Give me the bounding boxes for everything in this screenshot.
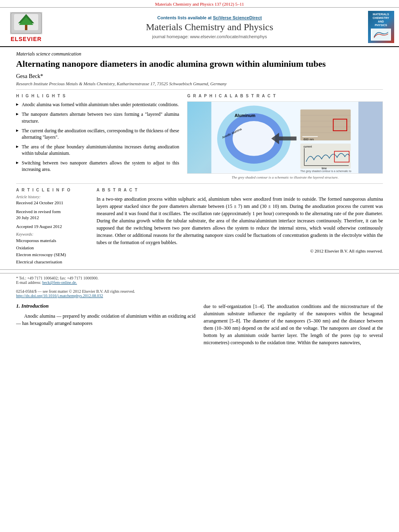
journal-citation-bar: Materials Chemistry and Physics 137 (201… [0, 0, 399, 8]
article-title: Alternating nanopore diameters in anodic… [16, 59, 383, 69]
article-body: 1. Introduction Anodic alumina — prepare… [0, 303, 399, 346]
highlights-column: H I G H L I G H T S Anodic alumina was f… [16, 94, 179, 179]
issn-text: 0254-0584/$ — see front matter © 2012 El… [16, 289, 383, 294]
keyword-2: Oxidation [16, 244, 88, 252]
highlight-item-1: Anodic alumina was formed within alumini… [16, 101, 179, 108]
highlights-graphical-row: H I G H L I G H T S Anodic alumina was f… [16, 94, 383, 179]
article-content: Materials science communication Alternat… [0, 47, 399, 265]
history-label: Article history: [16, 195, 88, 199]
body-left-column: 1. Introduction Anodic alumina — prepare… [16, 303, 195, 346]
article-info-header: A R T I C L E I N F O [16, 188, 88, 192]
elsevier-tree-image [10, 12, 42, 34]
graphical-abstract-image: Aluminum Anodic alumina 6 [187, 101, 383, 174]
sciverse-link[interactable]: SciVerse ScienceDirect [213, 15, 262, 20]
journal-homepage: journal homepage: www.elsevier.com/locat… [152, 34, 267, 39]
revised-date: Received in revised form 20 July 2012 [16, 209, 88, 221]
svg-text:current: current [304, 145, 312, 148]
highlight-item-5: Switching between two nanopore diameters… [16, 160, 179, 173]
journal-citation-text: Materials Chemistry and Physics 137 (201… [155, 2, 244, 6]
abstract-copyright: © 2012 Elsevier B.V. All rights reserved… [97, 249, 383, 253]
footnote-section: * Tel.: +49 7171 1006402; fax: +49 7171 … [0, 273, 399, 298]
doi-link[interactable]: http://dx.doi.org/10.1016/j.matchemphys.… [16, 294, 383, 298]
article-info-abstract-row: A R T I C L E I N F O Article history: R… [16, 188, 383, 265]
abstract-text: In a two-step anodization process within… [97, 195, 383, 246]
article-info-column: A R T I C L E I N F O Article history: R… [16, 188, 88, 265]
svg-text:Aluminum: Aluminum [235, 113, 256, 118]
highlights-list: Anodic alumina was formed within alumini… [16, 101, 179, 173]
svg-rect-13 [300, 110, 351, 141]
introduction-title: 1. Introduction [16, 303, 195, 309]
journal-cover-image: MATERIALSCHEMISTRYANDPHYSICS [368, 11, 394, 43]
accepted-date: Accepted 19 August 2012 [16, 224, 88, 230]
elsevier-logo-block: ELSEVIER [4, 11, 48, 43]
abstract-column: A B S T R A C T In a two-step anodizatio… [97, 188, 383, 265]
journal-header: ELSEVIER Contents lists available at Sci… [0, 8, 399, 47]
svg-text:The grey shaded contour is a s: The grey shaded contour is a schematic t… [300, 170, 352, 173]
graphical-abstract-caption: The grey shaded contour is a schematic t… [187, 175, 383, 179]
keyword-1: Microporous materials [16, 237, 88, 244]
svg-rect-1 [25, 24, 27, 30]
svg-text:600 nm: 600 nm [304, 138, 314, 142]
email-label: E-mail address: [16, 280, 41, 285]
footnote-email: E-mail address: beck@fem-online.de. [16, 280, 383, 285]
keywords-label: Keywords: [16, 232, 88, 236]
journal-title: Materials Chemistry and Physics [146, 22, 274, 33]
highlight-item-2: The nanopore diameters alternate between… [16, 111, 179, 124]
journal-title-block: Contents lists available at SciVerse Sci… [52, 11, 367, 43]
divider-2 [16, 183, 383, 184]
divider-1 [16, 89, 383, 90]
highlight-item-4: The area of the phase boundary aluminium… [16, 144, 179, 156]
sciverse-line: Contents lists available at SciVerse Sci… [157, 15, 262, 20]
highlights-header: H I G H L I G H T S [16, 94, 179, 98]
author-name: Gesa Beck* [16, 73, 383, 80]
keyword-4: Electrical characterisation [16, 259, 88, 266]
graphical-abstract-column: G R A P H I C A L A B S T R A C T [187, 94, 383, 179]
graphical-abstract-header: G R A P H I C A L A B S T R A C T [187, 94, 383, 98]
svg-point-9 [233, 121, 276, 156]
abstract-header: A B S T R A C T [97, 188, 383, 192]
keyword-3: Electron microscopy (SEM) [16, 251, 88, 259]
highlight-item-3: The current during the anodization oscil… [16, 127, 179, 140]
introduction-left-text: Anodic alumina — prepared by anodic oxid… [16, 312, 195, 327]
elsevier-brand-text: ELSEVIER [10, 36, 41, 42]
footnote-tel: * Tel.: +49 7171 1006402; fax: +49 7171 … [16, 276, 383, 280]
article-type-label: Materials science communication [16, 51, 383, 57]
introduction-right-text: due to self-organization [1–4]. The anod… [204, 303, 383, 346]
journal-cover-block: MATERIALSCHEMISTRYANDPHYSICS [367, 11, 395, 43]
author-affiliation: Research Institute Precious Metals & Met… [16, 81, 383, 86]
body-right-column: due to self-organization [1–4]. The anod… [204, 303, 383, 346]
email-address[interactable]: beck@fem-online.de. [42, 280, 77, 285]
received-date: Received 24 October 2011 [16, 200, 88, 206]
keywords-list: Microporous materials Oxidation Electron… [16, 237, 88, 265]
